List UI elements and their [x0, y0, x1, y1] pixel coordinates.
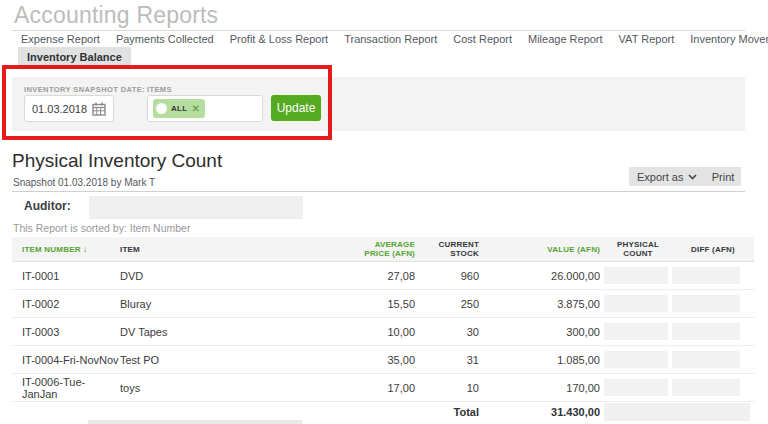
tab-inventory-balance-active[interactable]: Inventory Balance	[18, 47, 131, 67]
col-header-average-price[interactable]: AVERAGE PRICE (AFN)	[350, 240, 427, 258]
cell-item: Test PO	[120, 354, 350, 366]
cell-item-number: IT-0001	[12, 270, 120, 282]
cell-item: DVD	[120, 270, 350, 282]
tab-expense-report[interactable]: Expense Report	[21, 33, 100, 45]
physical-count-input[interactable]	[604, 323, 668, 340]
report-tabs: Expense Report Payments Collected Profit…	[21, 33, 768, 45]
export-as-button[interactable]: Export as	[629, 167, 705, 186]
table-row: IT-0003 DV Tapes 10,00 30 300,00	[12, 318, 754, 346]
items-label: ITEMS	[147, 85, 172, 94]
diff-field	[672, 295, 740, 312]
tab-profit-loss-report[interactable]: Profit & Loss Report	[230, 33, 328, 45]
cell-value: 1.085,00	[497, 354, 604, 366]
snapshot-date-value: 01.03.2018	[32, 103, 87, 115]
table-row: IT-0006-Tue-JanJan toys 17,00 10 170,00	[12, 374, 754, 402]
physical-count-input[interactable]	[604, 351, 668, 368]
tab-payments-collected[interactable]: Payments Collected	[116, 33, 214, 45]
cell-item-number: IT-0006-Tue-JanJan	[12, 376, 120, 400]
total-label: Total	[427, 406, 497, 418]
physical-count-input[interactable]	[604, 379, 668, 396]
tab-transaction-report[interactable]: Transaction Report	[344, 33, 437, 45]
total-value: 31.430,00	[497, 406, 604, 418]
diff-field	[672, 351, 740, 368]
diff-field	[672, 323, 740, 340]
inventory-table: ITEM NUMBER ↓ ITEM AVERAGE PRICE (AFN) C…	[12, 237, 754, 422]
cell-value: 300,00	[497, 326, 604, 338]
tab-mileage-report[interactable]: Mileage Report	[528, 33, 603, 45]
chevron-down-icon	[688, 174, 697, 180]
col-header-item-number[interactable]: ITEM NUMBER ↓	[12, 244, 120, 254]
col-header-item[interactable]: ITEM	[120, 245, 350, 254]
items-tag-all: ALL ✕	[153, 99, 205, 118]
partially-visible-field	[88, 420, 302, 424]
cell-current-stock: 250	[427, 298, 497, 310]
items-input[interactable]: ALL ✕	[147, 95, 263, 122]
table-row: IT-0001 DVD 27,08 960 26.000,00	[12, 262, 754, 290]
items-tag-label: ALL	[171, 104, 187, 113]
cell-value: 170,00	[497, 382, 604, 394]
auditor-label: Auditor:	[24, 199, 71, 213]
table-total-row: Total 31.430,00	[12, 402, 754, 422]
col-header-item-number-label: ITEM NUMBER	[22, 245, 81, 254]
report-subtitle: Snapshot 01.03.2018 by Mark T	[13, 177, 155, 188]
update-button[interactable]: Update	[271, 95, 321, 121]
diff-field	[672, 379, 740, 396]
tag-remove-icon[interactable]: ✕	[191, 104, 199, 114]
cell-avg-price: 35,00	[350, 354, 427, 366]
report-divider	[12, 191, 745, 192]
filter-bar: INVENTORY SNAPSHOT DATE: 01.03.2018 ITEM…	[12, 77, 745, 131]
cell-item-number: IT-0002	[12, 298, 120, 310]
col-header-value[interactable]: VALUE (AFN)	[497, 245, 604, 254]
table-row: IT-0004-Fri-NovNov Test PO 35,00 31 1.08…	[12, 346, 754, 374]
cell-value: 26.000,00	[497, 270, 604, 282]
col-header-diff: DIFF (AFN)	[672, 245, 754, 254]
physical-count-input[interactable]	[604, 267, 668, 284]
page-title: Accounting Reports	[14, 2, 218, 29]
physical-count-input[interactable]	[604, 295, 668, 312]
sort-descending-icon: ↓	[83, 244, 88, 254]
col-header-current-stock[interactable]: CURRENT STOCK	[427, 240, 497, 258]
cell-value: 3.875,00	[497, 298, 604, 310]
tab-vat-report[interactable]: VAT Report	[619, 33, 675, 45]
cell-avg-price: 27,08	[350, 270, 427, 282]
export-as-label: Export as	[637, 171, 683, 183]
cell-avg-price: 17,00	[350, 382, 427, 394]
cell-current-stock: 960	[427, 270, 497, 282]
cell-current-stock: 31	[427, 354, 497, 366]
cell-item-number: IT-0004-Fri-NovNov	[12, 354, 120, 366]
cell-item-number: IT-0003	[12, 326, 120, 338]
sorted-by-note: This Report is sorted by: Item Number	[13, 222, 190, 234]
tag-avatar-circle	[156, 103, 167, 114]
total-gray-field	[604, 403, 750, 421]
cell-item: Bluray	[120, 298, 350, 310]
cell-current-stock: 10	[427, 382, 497, 394]
snapshot-date-label: INVENTORY SNAPSHOT DATE:	[24, 85, 145, 94]
print-button[interactable]: Print	[705, 167, 741, 186]
cell-item: DV Tapes	[120, 326, 350, 338]
table-row: IT-0002 Bluray 15,50 250 3.875,00	[12, 290, 754, 318]
cell-item: toys	[120, 382, 350, 394]
table-header-row: ITEM NUMBER ↓ ITEM AVERAGE PRICE (AFN) C…	[12, 237, 754, 262]
auditor-input[interactable]	[89, 196, 303, 219]
calendar-icon[interactable]	[92, 102, 106, 116]
tab-cost-report[interactable]: Cost Report	[453, 33, 512, 45]
cell-avg-price: 10,00	[350, 326, 427, 338]
cell-current-stock: 30	[427, 326, 497, 338]
diff-field	[672, 267, 740, 284]
cell-avg-price: 15,50	[350, 298, 427, 310]
tab-inventory-movements[interactable]: Inventory Movements	[690, 33, 768, 45]
tabs-top-divider	[12, 30, 745, 31]
col-header-physical-count: PHYSICAL COUNT	[604, 240, 672, 258]
snapshot-date-input[interactable]: 01.03.2018	[24, 95, 114, 122]
report-heading: Physical Inventory Count	[12, 150, 222, 172]
